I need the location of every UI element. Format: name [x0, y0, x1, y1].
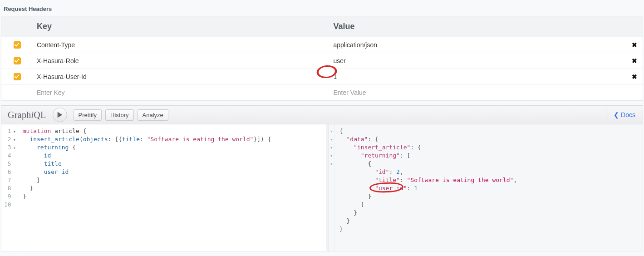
delete-icon[interactable]: ✖	[632, 57, 637, 64]
header-value[interactable]: application/json	[330, 37, 627, 53]
header-row-new	[1, 85, 643, 100]
history-button[interactable]: History	[105, 109, 133, 121]
header-key[interactable]: X-Hasura-User-Id	[33, 69, 330, 84]
delete-icon[interactable]: ✖	[632, 41, 637, 49]
new-value-input[interactable]	[334, 89, 623, 96]
col-value: Value	[330, 16, 627, 37]
checkbox-icon[interactable]	[14, 73, 21, 80]
line-gutter: 1▾ 2▾ 3▾ 4 5 6 7 8 9 10	[1, 124, 18, 251]
checkbox-icon[interactable]	[14, 41, 21, 49]
delete-icon[interactable]: ✖	[632, 73, 637, 80]
request-headers-table: Key Value Content-Type application/json …	[1, 16, 643, 101]
table-header: Key Value	[1, 16, 643, 37]
header-row-content-type: Content-Type application/json ✖	[1, 37, 643, 53]
header-value[interactable]: user	[330, 53, 627, 69]
new-key-input[interactable]	[37, 89, 326, 96]
execute-button[interactable]	[53, 108, 67, 122]
result-pane: { "data": { "insert_article": { "returni…	[335, 124, 643, 251]
header-row-x-hasura-user-id: X-Hasura-User-Id 1 ✖	[1, 69, 643, 85]
header-value[interactable]: 1	[330, 69, 627, 84]
editor-area: 1▾ 2▾ 3▾ 4 5 6 7 8 9 10 mutation article…	[1, 124, 643, 251]
prettify-button[interactable]: Prettify	[74, 109, 102, 121]
header-key[interactable]: Content-Type	[33, 37, 330, 53]
graphiql-logo: GraphiQL	[1, 110, 53, 120]
checkbox-icon[interactable]	[14, 57, 21, 64]
result-fold-gutter: ▾ ▾ ▾ ▾ ▾	[329, 124, 335, 251]
section-title: Request Headers	[0, 0, 644, 16]
play-icon	[57, 112, 63, 118]
header-key[interactable]: X-Hasura-Role	[33, 53, 330, 69]
header-row-x-hasura-role: X-Hasura-Role user ✖	[1, 53, 643, 69]
col-key: Key	[33, 16, 330, 37]
chevron-left-icon: ❮	[614, 111, 619, 118]
query-editor[interactable]: mutation article { insert_article(object…	[18, 124, 326, 251]
docs-button[interactable]: ❮ Docs	[606, 111, 643, 118]
graphiql-toolbar: GraphiQL Prettify History Analyze ❮ Docs	[1, 105, 643, 124]
analyze-button[interactable]: Analyze	[138, 109, 168, 121]
